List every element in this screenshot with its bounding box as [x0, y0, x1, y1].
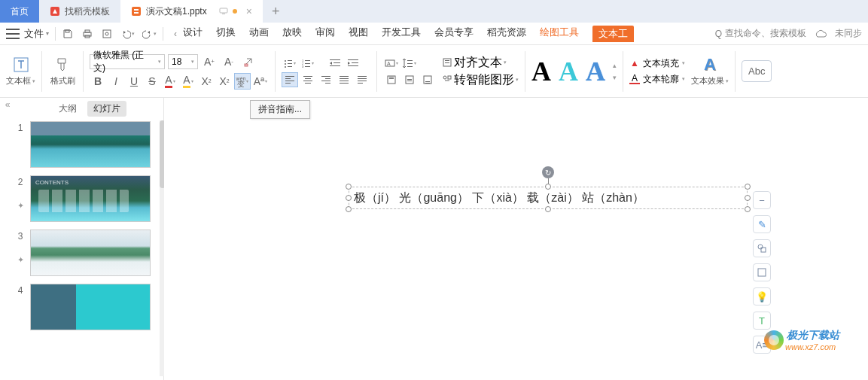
wordart-style-3[interactable]: A — [586, 56, 605, 87]
align-distribute-button[interactable] — [354, 72, 370, 87]
paintbrush-icon — [53, 56, 72, 74]
format-painter-button[interactable]: 格式刷 — [48, 56, 77, 87]
print-icon[interactable] — [81, 28, 93, 40]
menu-left: 文件▾ ▾ ▾ ‹ 设计 切换 动画 放映 审阅 视图 开发工具 会员专享 稻壳… — [6, 26, 634, 42]
text-direction-button[interactable]: A▾ — [383, 56, 400, 71]
resize-handle-mr[interactable] — [745, 195, 751, 201]
tab-close-icon[interactable]: × — [246, 5, 252, 17]
side-tab-outline[interactable]: 大纲 — [53, 101, 83, 117]
superscript-button[interactable]: X2 — [198, 73, 215, 90]
highlight-color-button[interactable]: A▾ — [180, 73, 196, 90]
pinyin-guide-button[interactable]: wén变▾ — [234, 73, 251, 90]
italic-button[interactable]: I — [108, 73, 124, 90]
slide-thumbnail-2[interactable]: CONTENTS — [30, 175, 151, 222]
ribbon-chevron-left-icon[interactable]: ‹ — [174, 29, 177, 39]
slide-panel: 大纲 幻灯片 1 2✦ CONTENTS 3✦ 4 — [15, 98, 164, 380]
valign-top-button[interactable] — [383, 72, 400, 87]
subscript-button[interactable]: X2 — [216, 73, 233, 90]
text-fill-button[interactable]: ▲文本填充▾ — [629, 57, 685, 70]
increase-indent-button[interactable] — [345, 56, 361, 71]
valign-bottom-button[interactable] — [419, 72, 436, 87]
tab-design[interactable]: 设计 — [183, 26, 203, 42]
collapse-tool-icon[interactable]: − — [753, 191, 771, 209]
shrink-font-icon[interactable]: A- — [221, 53, 237, 70]
tab-developer[interactable]: 开发工具 — [382, 26, 421, 42]
file-menu[interactable]: 文件▾ — [24, 27, 49, 41]
svg-rect-17 — [288, 66, 292, 67]
hamburger-icon[interactable] — [6, 29, 20, 39]
textbox-button[interactable]: 文本框▾ — [6, 56, 35, 87]
resize-handle-bl[interactable] — [346, 206, 352, 212]
separator — [163, 27, 163, 41]
align-center-button[interactable] — [300, 72, 316, 87]
pen-tool-icon[interactable]: ✎ — [753, 215, 771, 233]
tab-templates[interactable]: 找稻壳模板 — [39, 0, 120, 23]
shape-tool-icon[interactable] — [753, 239, 771, 257]
slide-canvas[interactable]: 极 （jí） 光 （guāng） 下 （xià） 载 （zài） 站 （zhàn… — [164, 98, 868, 380]
clear-format-icon[interactable] — [240, 53, 257, 70]
font-color-button[interactable]: A▾ — [162, 73, 178, 90]
tab-member[interactable]: 会员专享 — [434, 26, 474, 42]
save-icon[interactable] — [62, 28, 74, 40]
wordart-more-icon[interactable]: ▴▾ — [613, 62, 617, 81]
bullets-button[interactable]: ▾ — [282, 56, 298, 71]
tab-document[interactable]: 演示文稿1.pptx × — [120, 0, 263, 23]
tab-animation[interactable]: 动画 — [249, 26, 269, 42]
text-effect-button[interactable]: A 文本效果▾ — [691, 56, 729, 87]
tab-text-tools[interactable]: 文本工 — [592, 26, 634, 42]
search-box[interactable]: Q 查找命令、搜索模板 — [715, 27, 806, 40]
valign-middle-button[interactable] — [401, 72, 418, 87]
side-tab-slides[interactable]: 幻灯片 — [87, 101, 126, 117]
align-text-button[interactable]: 对齐文本 ▾ — [442, 55, 519, 71]
tab-docer[interactable]: 稻壳资源 — [487, 26, 526, 42]
align-left-button[interactable] — [282, 72, 298, 87]
font-size-select[interactable]: 18▾ — [168, 54, 198, 69]
undo-button[interactable]: ▾ — [120, 29, 135, 39]
resize-handle-tl[interactable] — [346, 184, 352, 190]
font-name-select[interactable]: 微软雅黑 (正文)▾ — [90, 54, 165, 69]
tab-drawing-tools[interactable]: 绘图工具 — [540, 26, 579, 42]
collapse-sidebar-icon[interactable]: « — [0, 98, 15, 380]
align-justify-button[interactable] — [336, 72, 352, 87]
slide-thumbnail-4[interactable] — [30, 284, 151, 330]
idea-tool-icon[interactable]: 💡 — [753, 287, 771, 306]
redo-button[interactable]: ▾ — [142, 29, 157, 39]
tab-home[interactable]: 首页 — [0, 0, 39, 23]
title-bar: 首页 找稻壳模板 演示文稿1.pptx × + — [0, 0, 868, 23]
line-spacing-button[interactable]: ▾ — [401, 56, 418, 71]
resize-handle-br[interactable] — [745, 206, 751, 212]
new-tab-button[interactable]: + — [263, 4, 289, 20]
align-right-button[interactable] — [318, 72, 334, 87]
text-box-selected[interactable]: 极 （jí） 光 （guāng） 下 （xià） 载 （zài） 站 （zhàn… — [349, 187, 748, 209]
tab-review[interactable]: 审阅 — [315, 26, 335, 42]
svg-rect-2 — [220, 8, 227, 13]
resize-handle-tm[interactable] — [545, 184, 551, 190]
underline-button[interactable]: U — [126, 73, 142, 90]
frame-tool-icon[interactable] — [753, 263, 771, 281]
wordart-style-2[interactable]: A — [559, 56, 578, 87]
strikethrough-button[interactable]: S — [144, 73, 160, 90]
text-outline-button[interactable]: A文本轮廓▾ — [629, 73, 685, 86]
cloud-sync-icon[interactable] — [814, 29, 827, 39]
format-painter-label: 格式刷 — [50, 75, 75, 87]
wordart-style-1[interactable]: A — [531, 56, 551, 87]
resize-handle-bm[interactable] — [545, 206, 551, 212]
svg-rect-39 — [325, 78, 330, 79]
text-tool-icon[interactable]: T — [753, 312, 771, 330]
numbering-button[interactable]: 123▾ — [300, 56, 316, 71]
rotate-handle[interactable]: ↻ — [542, 166, 554, 178]
resize-handle-tr[interactable] — [745, 184, 751, 190]
print-preview-icon[interactable] — [101, 28, 113, 40]
tab-view[interactable]: 视图 — [349, 26, 368, 42]
decrease-indent-button[interactable] — [327, 56, 343, 71]
bold-button[interactable]: B — [90, 73, 106, 90]
slide-thumbnail-1[interactable] — [30, 121, 151, 168]
abc-style-preview[interactable]: Abc — [742, 60, 772, 82]
grow-font-icon[interactable]: A+ — [201, 53, 218, 70]
change-case-button[interactable]: Aª▾ — [252, 73, 269, 90]
slide-thumbnail-3[interactable] — [30, 230, 151, 276]
tab-slideshow[interactable]: 放映 — [282, 26, 302, 42]
smart-graphic-button[interactable]: 转智能图形 ▾ — [442, 72, 519, 88]
tab-transition[interactable]: 切换 — [216, 26, 236, 42]
resize-handle-ml[interactable] — [346, 195, 352, 201]
